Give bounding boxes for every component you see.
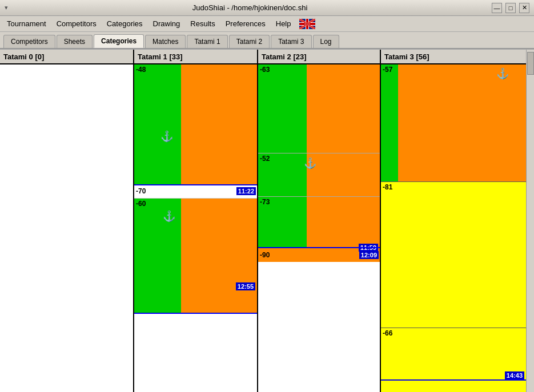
cat-70[interactable]: -70 11:22 bbox=[134, 184, 257, 199]
language-flag[interactable] bbox=[299, 19, 315, 29]
tatami-col-1: Tatami 1 [33] -48 -70 11:22 bbox=[134, 50, 258, 392]
menu-results[interactable]: Results bbox=[186, 18, 219, 30]
cat-66[interactable] bbox=[381, 328, 526, 392]
blue-line-2a bbox=[258, 247, 380, 248]
anchor-icon-60: ⚓ bbox=[163, 210, 175, 223]
menu-preferences[interactable]: Preferences bbox=[221, 18, 270, 30]
tatami-col-3: Tatami 3 [56] -57 ⚓ -81 bbox=[381, 50, 526, 392]
scrollbar[interactable] bbox=[526, 50, 534, 392]
cat-60[interactable] bbox=[134, 199, 257, 314]
anchor-icon-52: ⚓ bbox=[304, 157, 316, 169]
cat-90-time: 12:09 bbox=[359, 251, 379, 259]
tab-competitors[interactable]: Competitors bbox=[3, 35, 55, 48]
cat-73[interactable] bbox=[258, 197, 380, 247]
tab-matches[interactable]: Matches bbox=[145, 35, 186, 48]
tatami1-header: Tatami 1 [33] bbox=[134, 50, 257, 64]
scrollbar-thumb[interactable] bbox=[527, 52, 534, 75]
tab-categories[interactable]: Categories bbox=[94, 34, 144, 48]
maximize-button[interactable]: □ bbox=[505, 3, 516, 13]
cat-66-time: 14:43 bbox=[505, 371, 524, 379]
tatami1-body: -48 -70 11:22 -60 ⚓ 12:55 bbox=[134, 64, 257, 392]
menubar: Tournament Competitors Categories Drawin… bbox=[0, 16, 534, 32]
cat-81-label: -81 bbox=[383, 183, 392, 191]
tab-sheets[interactable]: Sheets bbox=[57, 35, 93, 48]
tab-tatami3[interactable]: Tatami 3 bbox=[271, 35, 311, 48]
tab-log[interactable]: Log bbox=[313, 35, 339, 48]
anchor-icon-57: ⚓ bbox=[496, 67, 509, 80]
cat-73-label: -73 bbox=[260, 198, 270, 206]
cat-57[interactable] bbox=[381, 64, 526, 181]
tab-tatami1[interactable]: Tatami 1 bbox=[187, 35, 227, 48]
main-area: Tatami 0 [0] Tatami 1 [33] -48 -70 11:2 bbox=[0, 49, 534, 392]
cat-52-label: -52 bbox=[260, 155, 270, 163]
tabbar: Competitors Sheets Categories Matches Ta… bbox=[0, 32, 534, 49]
cat-60-time: 12:55 bbox=[236, 282, 255, 290]
blue-line-1 bbox=[134, 184, 257, 185]
tatami2-header: Tatami 2 [23] bbox=[258, 50, 380, 64]
menu-competitors[interactable]: Competitors bbox=[52, 18, 101, 30]
cat-63-label: -63 bbox=[260, 66, 270, 74]
tatami3-body: -57 ⚓ -81 -66 14:43 bbox=[381, 64, 526, 392]
cat-52[interactable] bbox=[258, 153, 380, 196]
close-button[interactable]: ✕ bbox=[519, 3, 529, 13]
window-controls: — □ ✕ bbox=[492, 3, 529, 13]
tatami2-body: -63 -52 ⚓ -73 11:59 bbox=[258, 64, 380, 392]
anchor-icon-48: ⚓ bbox=[160, 130, 173, 143]
tatami-col-2: Tatami 2 [23] -63 -52 ⚓ bbox=[258, 50, 381, 392]
menu-help[interactable]: Help bbox=[271, 18, 296, 30]
minimize-button[interactable]: — bbox=[492, 3, 502, 13]
menu-drawing[interactable]: Drawing bbox=[148, 18, 185, 30]
cat-70-time: 11:22 bbox=[236, 187, 256, 195]
cat-63[interactable] bbox=[258, 64, 380, 153]
cat-48[interactable]: -48 bbox=[134, 64, 257, 184]
titlebar: ▾ JudoShiai - /home/hjokinen/doc.shi — □… bbox=[0, 0, 534, 16]
cat-90-label: -90 bbox=[258, 251, 270, 259]
cat-66-label: -66 bbox=[383, 329, 392, 337]
blue-line-3 bbox=[381, 379, 526, 381]
tab-tatami2[interactable]: Tatami 2 bbox=[229, 35, 270, 48]
tatami0-body bbox=[0, 64, 133, 392]
cat-48-label: -48 bbox=[136, 66, 146, 74]
tatami-col-0: Tatami 0 [0] bbox=[0, 50, 134, 392]
cat-81[interactable] bbox=[381, 182, 526, 328]
menu-tournament[interactable]: Tournament bbox=[2, 18, 51, 30]
menu-categories[interactable]: Categories bbox=[102, 18, 147, 30]
tatami1-empty bbox=[134, 314, 257, 392]
blue-line-1b bbox=[134, 313, 257, 314]
cat-70-label: -70 bbox=[134, 187, 146, 195]
cat-57-label: -57 bbox=[383, 66, 392, 74]
tatami0-header: Tatami 0 [0] bbox=[0, 50, 133, 64]
tatami2-empty bbox=[258, 262, 380, 392]
cat-60-label: -60 bbox=[136, 200, 146, 208]
window-title: JudoShiai - /home/hjokinen/doc.shi bbox=[8, 3, 492, 12]
tatami3-header: Tatami 3 [56] bbox=[381, 50, 526, 64]
